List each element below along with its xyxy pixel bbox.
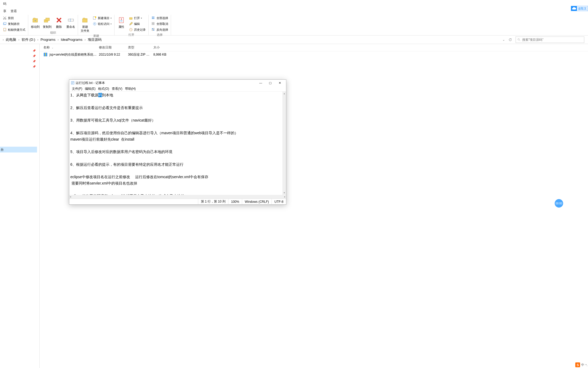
select-all-icon bbox=[151, 16, 155, 20]
history-label: 历史记录 bbox=[134, 28, 146, 32]
easy-access-button[interactable]: 轻松访问 ▾ bbox=[91, 21, 113, 26]
select-all-label: 全部选择 bbox=[157, 16, 168, 20]
refresh-button[interactable] bbox=[507, 37, 513, 43]
crumb-drive[interactable]: 软件 (D:) bbox=[21, 37, 36, 42]
menu-edit[interactable]: 编辑(E) bbox=[84, 86, 97, 91]
menu-view[interactable]: 查看(V) bbox=[111, 86, 123, 91]
cut-button[interactable]: 剪切 bbox=[2, 15, 26, 21]
text-line: 需要同时将servler.xml中的项目名也改掉 bbox=[70, 180, 285, 187]
svg-rect-29 bbox=[152, 30, 153, 31]
svg-point-31 bbox=[518, 38, 520, 40]
new-item-button[interactable]: 新建项目 ▾ bbox=[91, 15, 113, 21]
copy-to-icon bbox=[43, 16, 52, 24]
delete-button[interactable]: 删除 bbox=[54, 15, 64, 29]
invert-selection-icon bbox=[151, 28, 155, 32]
svg-rect-24 bbox=[153, 23, 154, 24]
file-row[interactable]: jsp+servlet的在线蛋糕销售系统.zip 2021/10/8 9:22 … bbox=[40, 51, 588, 58]
chevron-right-icon: › bbox=[84, 38, 86, 42]
chevron-right-icon: › bbox=[2, 38, 4, 42]
address-dropdown[interactable]: ⌄ bbox=[502, 38, 505, 42]
status-zoom: 100% bbox=[228, 199, 242, 204]
scroll-left-icon[interactable]: ◂ bbox=[70, 195, 71, 198]
column-date[interactable]: 修改日期 bbox=[98, 45, 127, 50]
column-size[interactable]: 大小 bbox=[152, 45, 173, 50]
chevron-down-icon: ▾ bbox=[141, 17, 142, 19]
zip-file-icon bbox=[43, 52, 48, 57]
paste-shortcut-button[interactable]: 粘贴快捷方式 bbox=[2, 27, 26, 32]
copy-path-label: 复制路径 bbox=[8, 22, 20, 26]
select-none-label: 全部取消 bbox=[157, 22, 168, 26]
notepad-text-area[interactable]: 1、从网盘下载源码到本地 2、解压后查看运行必看文件是否有重要提示 3、用数据库… bbox=[69, 91, 286, 195]
breadcrumb[interactable]: › 此电脑 › 软件 (D:) › Programs › IdeaProgram… bbox=[1, 37, 500, 42]
ime-indicator[interactable]: S 中 •, bbox=[575, 362, 587, 367]
scroll-down-icon[interactable]: ▾ bbox=[284, 191, 285, 195]
copy-path-button[interactable]: 复制路径 bbox=[2, 21, 26, 26]
scroll-up-icon[interactable]: ▴ bbox=[284, 92, 285, 96]
edit-label: 编辑 bbox=[134, 22, 140, 26]
close-button[interactable]: ✕ bbox=[275, 80, 284, 86]
menu-file[interactable]: 文件(F) bbox=[71, 86, 83, 91]
edit-button[interactable]: 编辑 bbox=[128, 21, 147, 26]
open-label: 打开 bbox=[134, 16, 140, 20]
column-type[interactable]: 类型 bbox=[127, 45, 152, 50]
ribbon-group-select: 全部选择 全部取消 反向选择 选择 bbox=[149, 15, 171, 35]
search-box[interactable] bbox=[516, 37, 584, 43]
vertical-scrollbar[interactable]: ▴ ▾ bbox=[282, 92, 286, 195]
text-line bbox=[70, 168, 285, 174]
ime-lang[interactable]: 中 bbox=[581, 363, 584, 367]
crumb-ideaprograms[interactable]: IdeaPrograms bbox=[60, 38, 83, 42]
sidebar-selected-item[interactable] bbox=[0, 147, 37, 152]
tab-share[interactable]: 享 bbox=[1, 8, 8, 15]
notepad-titlebar[interactable]: 运行过程.txt - 记事本 — ▢ ✕ bbox=[69, 80, 286, 86]
horizontal-scrollbar[interactable]: ◂ ▸ bbox=[69, 195, 286, 199]
rename-label: 重命名 bbox=[66, 25, 75, 29]
recording-timer[interactable]: 00:00 bbox=[555, 199, 563, 208]
ime-punct[interactable]: •, bbox=[585, 363, 587, 367]
crumb-current[interactable]: 项目源码 bbox=[87, 37, 102, 42]
menu-format[interactable]: 格式(O) bbox=[97, 86, 110, 91]
cut-label: 剪切 bbox=[8, 16, 14, 20]
history-button[interactable]: 历史记录 bbox=[128, 27, 147, 32]
svg-point-13 bbox=[94, 23, 95, 24]
chevron-down-icon: ▾ bbox=[111, 23, 112, 25]
crumb-this-pc[interactable]: 此电脑 bbox=[5, 37, 17, 42]
text-line: maven项目运行前最好先clear 在install bbox=[70, 136, 285, 143]
svg-point-15 bbox=[121, 19, 122, 20]
copy-to-button[interactable]: 复制到 bbox=[42, 15, 53, 29]
svg-point-1 bbox=[5, 19, 6, 20]
text-line: 3、用数据库可视化工具导入sql文件（navicat最好） bbox=[70, 117, 285, 124]
rename-button[interactable]: 重命名 bbox=[65, 15, 76, 29]
scroll-right-icon[interactable]: ▸ bbox=[284, 195, 286, 198]
sort-indicator-icon: ⌄ bbox=[52, 46, 54, 49]
chevron-right-icon: › bbox=[57, 38, 59, 42]
open-button[interactable]: 打开 ▾ bbox=[128, 15, 147, 21]
maximize-button[interactable]: ▢ bbox=[265, 80, 275, 86]
cloud-read-button[interactable]: 读取文 bbox=[571, 6, 588, 11]
column-name[interactable]: 名称 ⌄ bbox=[42, 45, 98, 50]
svg-rect-7 bbox=[46, 18, 49, 21]
cloud-icon bbox=[571, 6, 577, 11]
move-to-button[interactable]: 移动到 bbox=[30, 15, 41, 29]
select-all-button[interactable]: 全部选择 bbox=[150, 15, 169, 21]
sidebar-item-label[interactable]: 台 bbox=[1, 147, 4, 152]
properties-label: 属性 bbox=[118, 25, 124, 29]
cloud-read-label: 读取文 bbox=[577, 7, 588, 11]
properties-button[interactable]: 属性 bbox=[116, 15, 127, 29]
ribbon: 剪切 复制路径 粘贴快捷方式 bbox=[0, 15, 588, 35]
invert-selection-button[interactable]: 反向选择 bbox=[150, 27, 169, 32]
edit-icon bbox=[129, 22, 133, 26]
crumb-programs[interactable]: Programs bbox=[40, 38, 56, 42]
tab-code[interactable]: 码 bbox=[1, 1, 8, 7]
minimize-button[interactable]: — bbox=[256, 80, 265, 86]
copy-to-label: 复制到 bbox=[43, 25, 52, 29]
status-encoding: UTF-8 bbox=[272, 199, 286, 204]
notepad-title: 运行过程.txt - 记事本 bbox=[76, 81, 256, 85]
file-name: jsp+servlet的在线蛋糕销售系统.zip bbox=[49, 53, 98, 56]
text-line bbox=[70, 187, 285, 193]
text-line bbox=[70, 98, 285, 105]
tab-view[interactable]: 查看 bbox=[8, 8, 19, 15]
search-input[interactable] bbox=[522, 38, 582, 42]
menu-help[interactable]: 帮助(H) bbox=[124, 86, 137, 91]
select-none-button[interactable]: 全部取消 bbox=[150, 21, 169, 26]
new-folder-button[interactable]: 新建 文件夹 bbox=[80, 15, 90, 33]
